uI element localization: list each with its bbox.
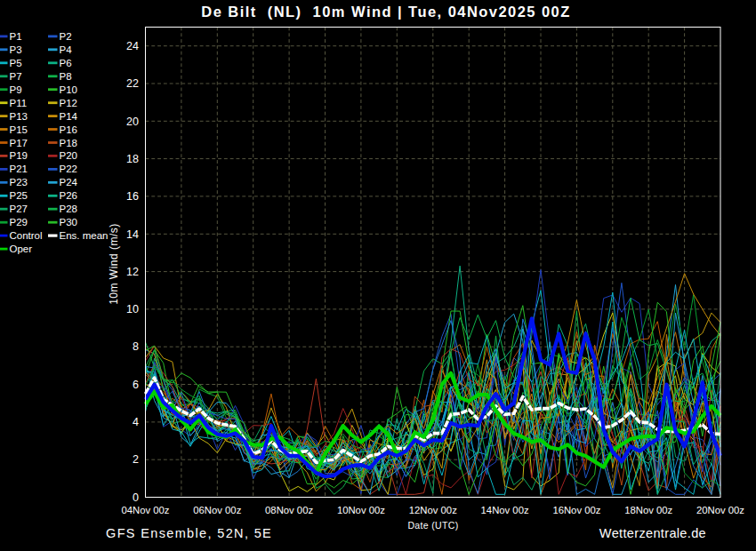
svg-text:16Nov 00z: 16Nov 00z [552, 505, 600, 515]
svg-text:2: 2 [133, 453, 139, 466]
svg-text:P15: P15 [10, 124, 28, 135]
svg-text:De Bilt (NL) 10m Wind | Tue,: De Bilt (NL) 10m Wind | Tue, 04Nov2025 0… [201, 4, 570, 20]
svg-text:Wetterzentrale.de: Wetterzentrale.de [599, 526, 706, 540]
svg-text:P7: P7 [10, 71, 22, 82]
svg-text:10: 10 [126, 303, 139, 315]
svg-text:20: 20 [126, 116, 139, 128]
svg-text:P24: P24 [60, 177, 78, 188]
svg-text:Oper: Oper [10, 244, 33, 254]
svg-text:06Nov 00z: 06Nov 00z [193, 505, 241, 515]
svg-text:P28: P28 [60, 204, 77, 214]
svg-text:08Nov 00z: 08Nov 00z [265, 505, 313, 515]
svg-text:20Nov 00z: 20Nov 00z [696, 505, 744, 515]
svg-text:P4: P4 [60, 44, 73, 55]
svg-text:0: 0 [133, 491, 139, 504]
svg-text:18Nov 00z: 18Nov 00z [624, 505, 672, 515]
svg-text:P13: P13 [10, 111, 28, 122]
svg-text:P26: P26 [60, 190, 77, 201]
svg-text:14Nov 00z: 14Nov 00z [481, 505, 529, 515]
svg-text:P30: P30 [60, 217, 77, 228]
svg-text:04Nov 00z: 04Nov 00z [121, 505, 169, 515]
svg-text:18: 18 [126, 153, 139, 165]
svg-text:P16: P16 [60, 124, 77, 135]
svg-text:12Nov 00z: 12Nov 00z [409, 505, 457, 515]
svg-text:P29: P29 [10, 217, 28, 228]
svg-text:P14: P14 [60, 111, 78, 122]
svg-text:12: 12 [126, 266, 139, 278]
svg-text:24: 24 [126, 40, 139, 52]
svg-text:P3: P3 [10, 44, 22, 55]
svg-text:10m Wind (m/s): 10m Wind (m/s) [108, 223, 120, 305]
svg-text:P5: P5 [10, 58, 22, 68]
svg-text:P12: P12 [60, 98, 77, 108]
svg-text:P1: P1 [10, 31, 22, 42]
svg-text:P10: P10 [60, 84, 77, 95]
svg-text:P19: P19 [10, 150, 28, 161]
svg-text:8: 8 [133, 340, 139, 353]
svg-text:P18: P18 [60, 138, 77, 148]
svg-text:4: 4 [133, 416, 139, 428]
svg-text:10Nov 00z: 10Nov 00z [337, 505, 385, 515]
svg-text:P8: P8 [60, 71, 72, 82]
svg-text:P11: P11 [10, 98, 28, 108]
svg-text:P23: P23 [10, 177, 28, 188]
svg-text:P20: P20 [60, 150, 77, 161]
svg-text:Control: Control [10, 230, 43, 241]
svg-text:P2: P2 [60, 31, 72, 42]
svg-text:P27: P27 [10, 204, 28, 214]
svg-text:14: 14 [126, 228, 139, 241]
svg-text:P22: P22 [60, 164, 77, 174]
svg-text:22: 22 [126, 77, 139, 90]
svg-text:P25: P25 [10, 190, 28, 201]
svg-text:16: 16 [126, 190, 139, 203]
svg-text:GFS Ensemble, 52N, 5E: GFS Ensemble, 52N, 5E [106, 526, 272, 540]
svg-text:P21: P21 [10, 164, 28, 174]
svg-text:6: 6 [133, 379, 139, 391]
svg-text:P6: P6 [60, 58, 72, 68]
svg-text:P17: P17 [10, 138, 28, 148]
svg-text:Ens. mean: Ens. mean [60, 230, 109, 241]
svg-text:Date (UTC): Date (UTC) [407, 520, 458, 531]
svg-text:P9: P9 [10, 84, 22, 95]
